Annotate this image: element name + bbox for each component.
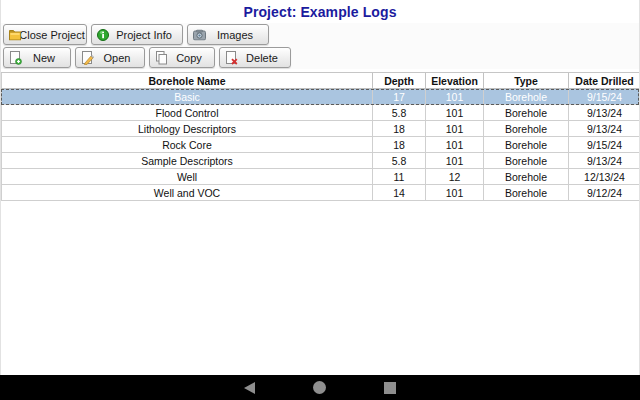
delete-button[interactable]: Delete <box>219 47 291 68</box>
cell-name: Well <box>1 169 373 185</box>
copy-pages-icon <box>155 51 168 65</box>
page-title: Project: Example Logs <box>243 4 396 20</box>
tab-label: Close Project <box>19 29 84 41</box>
column-header-borehole-name: Borehole Name <box>1 73 373 89</box>
cell-date-drilled: 12/13/24 <box>569 169 640 185</box>
table-header-row: Borehole Name Depth Elevation Type Date … <box>1 72 639 89</box>
back-icon[interactable] <box>244 382 255 394</box>
table-row[interactable]: Lithology Descriptors 18 101 Borehole 9/… <box>1 121 639 137</box>
toolbar-row: New Open Copy Delete <box>1 46 639 69</box>
cell-date-drilled: 9/12/24 <box>569 185 640 201</box>
cell-name: Sample Descriptors <box>1 153 373 169</box>
tab-images[interactable]: Images <box>187 24 269 45</box>
tab-label: Project Info <box>116 29 172 41</box>
column-header-type: Type <box>484 73 569 89</box>
tab-project-info[interactable]: Project Info <box>91 24 183 45</box>
button-label: Open <box>104 52 131 64</box>
cell-type: Borehole <box>484 137 569 153</box>
cell-type: Borehole <box>484 185 569 201</box>
open-button[interactable]: Open <box>75 47 145 68</box>
copy-button[interactable]: Copy <box>149 47 215 68</box>
cell-elevation: 101 <box>426 105 484 121</box>
cell-name: Flood Control <box>1 105 373 121</box>
camera-icon <box>193 29 206 40</box>
tab-row: Close Project Project Info Images <box>1 23 639 46</box>
button-label: Delete <box>246 52 278 64</box>
table-row[interactable]: Sample Descriptors 5.8 101 Borehole 9/13… <box>1 153 639 169</box>
cell-type: Borehole <box>484 153 569 169</box>
table-row[interactable]: Basic 17 101 Borehole 9/15/24 <box>1 89 639 105</box>
cell-name: Basic <box>1 89 373 105</box>
column-header-elevation: Elevation <box>426 73 484 89</box>
folder-icon <box>9 29 21 40</box>
button-label: Copy <box>176 52 202 64</box>
recents-icon[interactable] <box>384 382 396 394</box>
cell-name: Well and VOC <box>1 185 373 201</box>
table-row[interactable]: Well and VOC 14 101 Borehole 9/12/24 <box>1 185 639 201</box>
cell-date-drilled: 9/13/24 <box>569 153 640 169</box>
cell-depth: 14 <box>373 185 426 201</box>
cell-depth: 11 <box>373 169 426 185</box>
cell-type: Borehole <box>484 169 569 185</box>
table-row[interactable]: Flood Control 5.8 101 Borehole 9/13/24 <box>1 105 639 121</box>
open-edit-icon <box>81 51 94 65</box>
cell-name: Lithology Descriptors <box>1 121 373 137</box>
table-row[interactable]: Rock Core 18 101 Borehole 9/15/24 <box>1 137 639 153</box>
cell-depth: 5.8 <box>373 105 426 121</box>
cell-date-drilled: 9/13/24 <box>569 121 640 137</box>
tab-label: Images <box>217 29 253 41</box>
column-header-depth: Depth <box>373 73 426 89</box>
cell-date-drilled: 9/13/24 <box>569 105 640 121</box>
cell-elevation: 101 <box>426 185 484 201</box>
cell-elevation: 12 <box>426 169 484 185</box>
cell-date-drilled: 9/15/24 <box>569 89 640 105</box>
cell-date-drilled: 9/15/24 <box>569 137 640 153</box>
app-window: Project: Example Logs Close Project Proj… <box>0 0 640 375</box>
cell-depth: 18 <box>373 137 426 153</box>
cell-elevation: 101 <box>426 153 484 169</box>
cell-type: Borehole <box>484 121 569 137</box>
column-header-date-drilled: Date Drilled <box>569 73 640 89</box>
cell-name: Rock Core <box>1 137 373 153</box>
info-icon <box>97 29 109 41</box>
borehole-table: Borehole Name Depth Elevation Type Date … <box>1 72 639 201</box>
cell-elevation: 101 <box>426 89 484 105</box>
table-row[interactable]: Well 11 12 Borehole 12/13/24 <box>1 169 639 185</box>
home-icon[interactable] <box>313 381 326 394</box>
cell-type: Borehole <box>484 105 569 121</box>
cell-elevation: 101 <box>426 137 484 153</box>
cell-depth: 5.8 <box>373 153 426 169</box>
cell-depth: 17 <box>373 89 426 105</box>
cell-type: Borehole <box>484 89 569 105</box>
cell-depth: 18 <box>373 121 426 137</box>
new-button[interactable]: New <box>3 47 71 68</box>
tab-close-project[interactable]: Close Project <box>3 24 87 45</box>
button-label: New <box>33 52 55 64</box>
new-document-icon <box>9 51 22 65</box>
delete-document-icon <box>225 51 238 65</box>
cell-elevation: 101 <box>426 121 484 137</box>
title-bar: Project: Example Logs <box>1 0 639 23</box>
android-nav-bar <box>0 375 640 400</box>
